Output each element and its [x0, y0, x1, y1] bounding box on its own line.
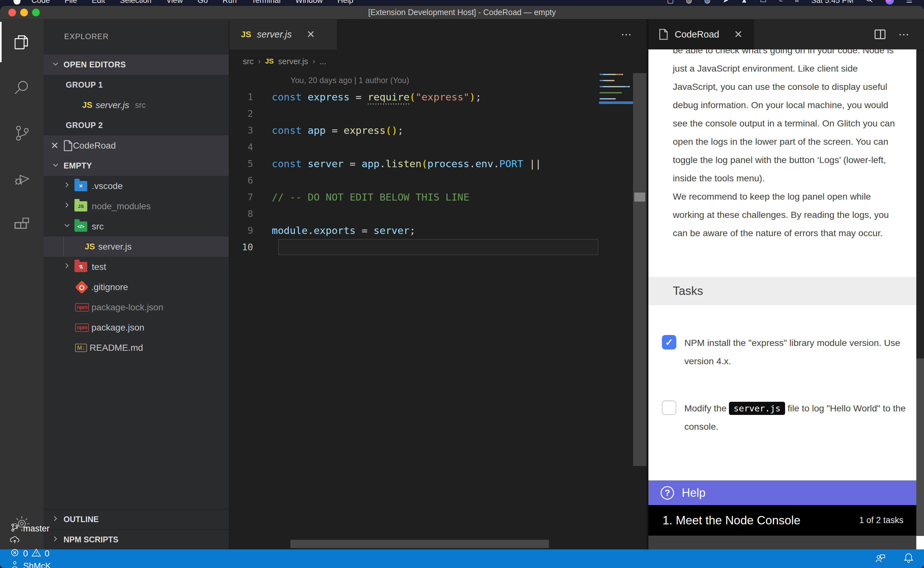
- line-number: 2: [229, 108, 272, 119]
- more-actions-icon[interactable]: ⋯: [898, 28, 910, 41]
- status-item-notifications[interactable]: [903, 552, 914, 566]
- scrollbar-thumb[interactable]: [634, 193, 645, 201]
- menu-item-edit[interactable]: Edit: [92, 0, 105, 5]
- search-activity-icon[interactable]: [0, 65, 44, 110]
- status-item-feedback[interactable]: [874, 552, 886, 566]
- play-menu-icon[interactable]: ▲: [741, 0, 748, 5]
- status-item-publish[interactable]: [10, 535, 65, 547]
- status-bar: master00ShMcKLive ShareGit Graph: [0, 549, 924, 568]
- open-editor-server-js[interactable]: JS server.js src: [44, 95, 229, 115]
- workspace-folder-header[interactable]: EMPTY: [44, 156, 229, 176]
- indent-guide: [63, 237, 64, 257]
- shield-menu-icon[interactable]: ◍: [686, 0, 692, 5]
- code-line-5[interactable]: 5const server = app.listen(process.env.P…: [229, 155, 647, 172]
- close-icon[interactable]: ✕: [51, 140, 59, 151]
- menu-items: CodeFileEditSelectionViewGoRunTerminalWi…: [32, 0, 368, 5]
- webview-scrollbar-corner: [916, 536, 924, 549]
- maximize-window-button[interactable]: [32, 9, 40, 17]
- menu-item-terminal[interactable]: Terminal: [252, 0, 281, 5]
- menu-item-go[interactable]: Go: [197, 0, 208, 5]
- tree-item--gitignore[interactable]: .gitignore: [44, 277, 229, 297]
- window-title-bar[interactable]: [Extension Development Host] - CodeRoad …: [0, 6, 924, 19]
- source-control-activity-icon[interactable]: [0, 110, 44, 156]
- menu-item-selection[interactable]: Selection: [120, 0, 151, 5]
- menu-item-help[interactable]: Help: [338, 0, 353, 5]
- siri-icon[interactable]: [885, 0, 894, 5]
- tree-item-node-modules[interactable]: JSnode_modules: [44, 196, 229, 216]
- close-tab-icon[interactable]: ✕: [734, 28, 743, 41]
- file-icon: [659, 29, 668, 40]
- code-line-7[interactable]: 7// -- DO NOT EDIT BELOW THIS LINE: [229, 189, 647, 205]
- menu-item-run[interactable]: Run: [223, 0, 237, 5]
- webview-scrollbar-track[interactable]: [916, 358, 924, 537]
- breadcrumb[interactable]: src › JS server.js › ...: [229, 50, 647, 73]
- close-tab-icon[interactable]: ✕: [306, 28, 315, 41]
- horizontal-scrollbar[interactable]: [290, 540, 549, 548]
- task-checkbox-checked[interactable]: ✓: [662, 335, 676, 349]
- tab-server-js[interactable]: JS server.js ✕: [229, 19, 337, 50]
- menu-item-view[interactable]: View: [166, 0, 183, 5]
- status-item-branch[interactable]: master: [10, 523, 65, 535]
- menu-item-file[interactable]: File: [65, 0, 77, 5]
- shield2-menu-icon[interactable]: ◍: [704, 0, 710, 5]
- location-menu-icon[interactable]: ➤: [722, 0, 728, 5]
- coderoad-webview: be able to check what's going on in your…: [648, 50, 924, 549]
- menu-item-code[interactable]: Code: [32, 0, 50, 5]
- open-editor-coderoad[interactable]: ✕ CodeRoad: [44, 135, 229, 156]
- menu-item-window[interactable]: Window: [295, 0, 323, 5]
- chevron-right-icon: [63, 261, 72, 272]
- help-bar[interactable]: ? Help: [648, 480, 916, 505]
- lesson-bar[interactable]: 1. Meet the Node Console 1 of 2 tasks: [648, 505, 916, 536]
- code-line-1[interactable]: 1const express = require("express");: [229, 89, 647, 105]
- open-editors-header[interactable]: OPEN EDITORS: [44, 54, 229, 75]
- wifi-menu-icon[interactable]: ≈: [779, 0, 782, 5]
- status-item-account[interactable]: ShMcK: [10, 560, 65, 568]
- status-item-problems[interactable]: 00: [10, 547, 65, 560]
- code-line-4[interactable]: 4: [229, 139, 647, 155]
- tree-item-test[interactable]: ⚗test: [44, 257, 229, 277]
- webview-scrollbar-thumb[interactable]: [916, 50, 924, 358]
- display-menu-icon[interactable]: ▢: [667, 0, 674, 5]
- code-lines[interactable]: 1const express = require("express");23co…: [229, 89, 647, 255]
- chevron-right-icon: [63, 181, 72, 191]
- task-checkbox-unchecked[interactable]: [662, 400, 676, 415]
- code-line-9[interactable]: 9module.exports = server;: [229, 222, 647, 239]
- bell-icon: [903, 552, 914, 566]
- notification-center-icon[interactable]: ☰: [906, 0, 912, 5]
- spotlight-icon[interactable]: [865, 0, 873, 5]
- tree-item-server-js[interactable]: JSserver.js: [44, 237, 229, 257]
- vertical-scrollbar[interactable]: [633, 73, 647, 466]
- menu-clock[interactable]: Sat 5:45 PM: [811, 0, 853, 5]
- tree-item-readme-md[interactable]: M↓README.md: [44, 338, 229, 358]
- line-number: 7: [229, 192, 272, 202]
- code-line-3[interactable]: 3const app = express();: [229, 122, 647, 139]
- code-line-2[interactable]: 2: [229, 105, 647, 122]
- split-editor-icon[interactable]: [874, 30, 885, 39]
- battery-menu-icon[interactable]: ▭: [760, 0, 766, 5]
- run-debug-activity-icon[interactable]: [0, 156, 44, 201]
- tree-item-package-lock-json[interactable]: npmpackage-lock.json: [44, 297, 229, 317]
- tab-coderoad[interactable]: CodeRoad ✕: [648, 19, 754, 50]
- chevron-right-icon: ›: [258, 57, 261, 66]
- apple-menu-icon[interactable]: [14, 0, 21, 5]
- more-actions-icon[interactable]: ⋯: [621, 28, 632, 41]
- code-line-10[interactable]: 10: [229, 239, 647, 255]
- extensions-activity-icon[interactable]: [0, 201, 44, 247]
- minimize-window-button[interactable]: [20, 9, 28, 17]
- code-line-8[interactable]: 8: [229, 205, 647, 222]
- code-editor[interactable]: You, 20 days ago | 1 author (You) 1const…: [229, 73, 647, 549]
- tree-item-package-json[interactable]: npmpackage.json: [44, 317, 229, 338]
- explorer-activity-icon[interactable]: [0, 19, 44, 65]
- code-text: module.exports = server;: [272, 225, 416, 236]
- minimap-current-line: [599, 101, 633, 104]
- code-line-6[interactable]: 6: [229, 172, 647, 189]
- keyboard-menu-icon[interactable]: ≡: [795, 0, 799, 5]
- gitlens-blame-annotation[interactable]: You, 20 days ago | 1 author (You): [290, 76, 409, 85]
- macos-menu-bar: CodeFileEditSelectionViewGoRunTerminalWi…: [0, 0, 924, 6]
- node-modules-folder-icon: JS: [74, 201, 87, 211]
- close-window-button[interactable]: [8, 9, 16, 17]
- window-title: [Extension Development Host] - CodeRoad …: [368, 8, 556, 17]
- minimap-line: [600, 98, 616, 100]
- tree-item-src[interactable]: </>src: [44, 216, 229, 237]
- tree-item--vscode[interactable]: ✕.vscode: [44, 176, 229, 196]
